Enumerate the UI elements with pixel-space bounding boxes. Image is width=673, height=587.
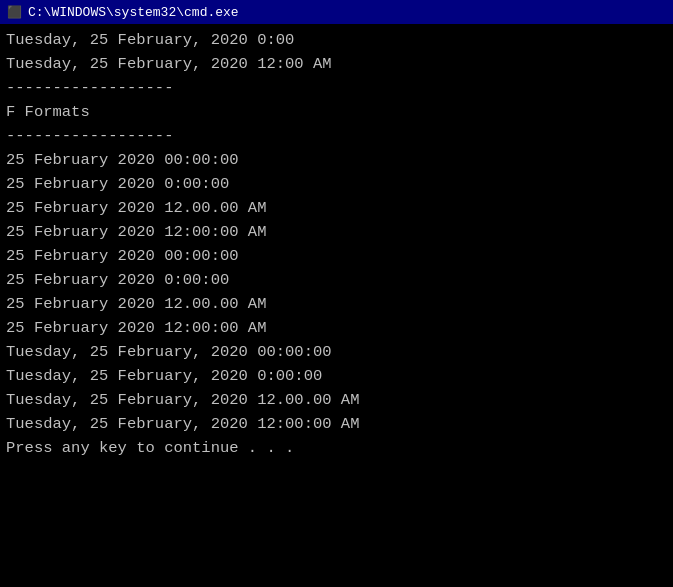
console-body: Tuesday, 25 February, 2020 0:00Tuesday, …	[0, 24, 673, 587]
console-line: 25 February 2020 00:00:00	[6, 244, 667, 268]
console-line: Tuesday, 25 February, 2020 0:00:00	[6, 364, 667, 388]
console-line: Tuesday, 25 February, 2020 00:00:00	[6, 340, 667, 364]
console-line: Tuesday, 25 February, 2020 12:00:00 AM	[6, 412, 667, 436]
console-line: ------------------	[6, 124, 667, 148]
cmd-icon: ⬛	[6, 4, 22, 20]
console-line: Tuesday, 25 February, 2020 12.00.00 AM	[6, 388, 667, 412]
console-line: F Formats	[6, 100, 667, 124]
title-bar-text: C:\WINDOWS\system32\cmd.exe	[28, 5, 667, 20]
console-line: 25 February 2020 00:00:00	[6, 148, 667, 172]
console-line: 25 February 2020 12:00:00 AM	[6, 220, 667, 244]
console-line: 25 February 2020 0:00:00	[6, 172, 667, 196]
console-line: 25 February 2020 12.00.00 AM	[6, 292, 667, 316]
title-bar: ⬛ C:\WINDOWS\system32\cmd.exe	[0, 0, 673, 24]
console-line: Tuesday, 25 February, 2020 12:00 AM	[6, 52, 667, 76]
console-line: Tuesday, 25 February, 2020 0:00	[6, 28, 667, 52]
console-line: 25 February 2020 0:00:00	[6, 268, 667, 292]
console-line: 25 February 2020 12:00:00 AM	[6, 316, 667, 340]
console-line: ------------------	[6, 76, 667, 100]
console-line: Press any key to continue . . .	[6, 436, 667, 460]
console-line: 25 February 2020 12.00.00 AM	[6, 196, 667, 220]
